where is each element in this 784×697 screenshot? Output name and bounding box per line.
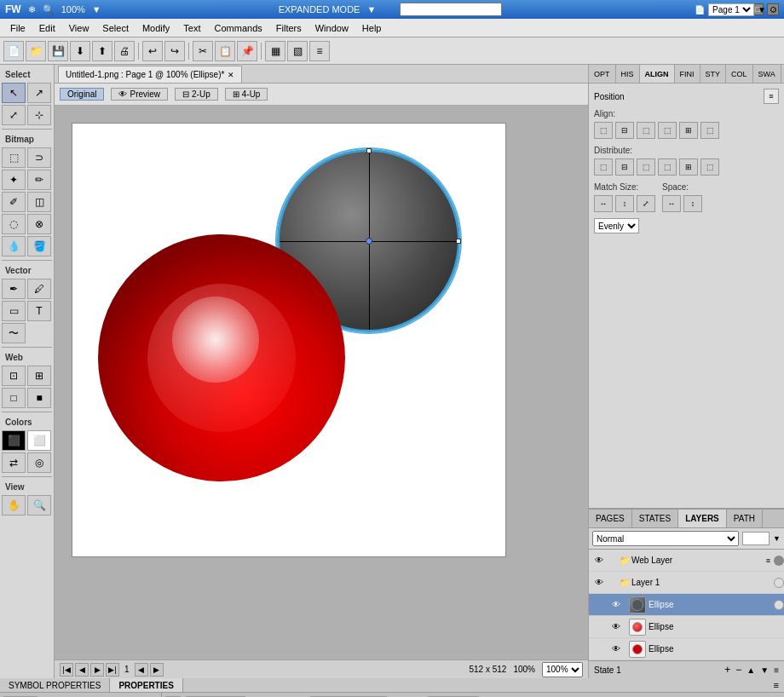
menu-window[interactable]: Window <box>308 21 355 35</box>
next-frame-btn[interactable]: ▶| <box>106 663 119 677</box>
ellipse3-row[interactable]: 👁 Ellipse <box>589 638 784 660</box>
brush-tool[interactable]: ✏ <box>27 170 51 190</box>
layer1-row[interactable]: 👁 📁 Layer 1 <box>589 572 784 594</box>
ungroup-button[interactable]: ▧ <box>287 41 308 61</box>
web-layer-options[interactable]: ≡ <box>766 556 770 565</box>
open-button[interactable]: 📁 <box>26 41 46 61</box>
new-button[interactable]: 📄 <box>3 41 24 61</box>
ellipse1-eye[interactable]: 👁 <box>609 598 623 612</box>
eyedropper-tool[interactable]: 💧 <box>2 236 26 256</box>
ellipse1-row[interactable]: 👁 Ellipse <box>589 594 784 616</box>
tab-opt[interactable]: OPT <box>589 65 616 83</box>
opacity-input[interactable]: 100 <box>742 532 770 545</box>
layer-up-btn[interactable]: ▲ <box>747 665 755 675</box>
space-h-btn[interactable]: ↔ <box>662 195 681 212</box>
symbol-props-tab[interactable]: SYMBOL PROPERTIES <box>0 678 110 692</box>
blur-tool[interactable]: ◌ <box>2 214 26 234</box>
tab-path[interactable]: PATH <box>727 510 763 527</box>
align-top-btn[interactable]: ⬚ <box>658 122 677 139</box>
circle-red[interactable] <box>98 234 345 481</box>
swap-colors[interactable]: ⇄ <box>2 452 26 473</box>
panel-options-btn[interactable]: ≡ <box>769 678 784 692</box>
handle-top[interactable] <box>366 148 372 153</box>
rectangle-tool[interactable]: ▭ <box>2 301 26 321</box>
menu-modify[interactable]: Modify <box>135 21 176 35</box>
export-button[interactable]: ⬆ <box>92 41 112 61</box>
layer-dn-btn[interactable]: ▼ <box>760 665 769 675</box>
marquee-tool[interactable]: ⬚ <box>2 147 26 168</box>
ellipse2-row[interactable]: 👁 Ellipse <box>589 616 784 638</box>
print-button[interactable]: 🖨 <box>114 41 135 61</box>
properties-tab[interactable]: PROPERTIES <box>110 678 182 692</box>
cut-button[interactable]: ✂ <box>193 41 213 61</box>
fill-color[interactable]: ⬜ <box>27 430 51 451</box>
mode-dropdown-icon[interactable]: ▼ <box>366 4 376 14</box>
hand-tool[interactable]: ✋ <box>2 495 26 516</box>
layer-add-btn[interactable]: + <box>724 664 730 676</box>
preview-view-btn[interactable]: 👁 Preview <box>111 88 168 101</box>
tab-sty[interactable]: STY <box>700 65 727 83</box>
position-expand-btn[interactable]: ≡ <box>764 89 779 104</box>
menu-filters[interactable]: Filters <box>269 21 308 35</box>
dist-right-btn[interactable]: ⬚ <box>637 158 655 176</box>
dist-center-h-btn[interactable]: ⊟ <box>615 158 634 176</box>
menu-select[interactable]: Select <box>95 21 135 35</box>
align-center-h-btn[interactable]: ⊟ <box>615 122 634 139</box>
vector-path-tool[interactable]: 🖊 <box>27 279 51 299</box>
layer-del-btn[interactable]: − <box>735 664 741 676</box>
default-colors[interactable]: ◎ <box>27 452 51 473</box>
ellipse2-eye[interactable]: 👁 <box>609 620 623 634</box>
align-right-btn[interactable]: ⬚ <box>637 122 655 139</box>
play-btn[interactable]: ▶ <box>90 663 104 677</box>
paint-bucket-tool[interactable]: 🪣 <box>27 236 51 256</box>
show-slices-tool[interactable]: ■ <box>27 388 51 408</box>
hide-slices-tool[interactable]: □ <box>2 388 26 408</box>
menu-help[interactable]: Help <box>355 21 389 35</box>
prev-frame-btn[interactable]: ◀ <box>75 663 89 677</box>
layer-opts-btn[interactable]: ≡ <box>774 665 779 675</box>
dist-center-v-btn[interactable]: ⊞ <box>679 158 698 176</box>
space-v-btn[interactable]: ↕ <box>683 195 702 212</box>
two-up-view-btn[interactable]: ⊟ 2-Up <box>175 88 218 101</box>
subselect-tool[interactable]: ↗ <box>27 83 51 103</box>
text-tool[interactable]: T <box>27 301 51 321</box>
tab-col[interactable]: COL <box>726 65 753 83</box>
import-button[interactable]: ⬇ <box>70 41 90 61</box>
dist-left-btn[interactable]: ⬚ <box>594 158 613 176</box>
frame-nav1[interactable]: ◀ <box>135 663 148 677</box>
pencil-tool[interactable]: ✐ <box>2 192 26 212</box>
zoom-tool[interactable]: 🔍 <box>27 495 51 516</box>
group-button[interactable]: ▦ <box>265 41 285 61</box>
blend-mode-select[interactable]: Normal <box>592 531 739 546</box>
dist-top-btn[interactable]: ⬚ <box>658 158 677 176</box>
web-layer-eye[interactable]: 👁 <box>592 554 606 567</box>
match-w-btn[interactable]: ↔ <box>594 195 613 212</box>
evenly-select[interactable]: Evenly <box>594 218 639 233</box>
opacity-dropdown[interactable]: ▼ <box>773 534 781 543</box>
tab-swa[interactable]: SWA <box>753 65 781 83</box>
tab-his[interactable]: HIS <box>616 65 640 83</box>
web-layer-row[interactable]: 👁 📁 Web Layer ≡ <box>589 550 784 572</box>
hotspot-tool[interactable]: ⊡ <box>2 366 26 386</box>
zoom-select[interactable]: 100% <box>542 662 583 677</box>
ellipse3-eye[interactable]: 👁 <box>609 642 623 656</box>
freeform-tool[interactable]: 〜 <box>2 323 26 343</box>
match-wh-btn[interactable]: ⤢ <box>637 195 655 212</box>
pointer-tool[interactable]: ↖ <box>2 83 26 103</box>
search-input[interactable] <box>400 3 502 16</box>
slice-tool[interactable]: ⊞ <box>27 366 51 386</box>
match-h-btn[interactable]: ↕ <box>615 195 634 212</box>
undo-button[interactable]: ↩ <box>142 41 163 61</box>
rubber-stamp-tool[interactable]: ⊗ <box>27 214 51 234</box>
stroke-color[interactable]: ⬛ <box>2 430 26 451</box>
tab-states[interactable]: STATES <box>632 510 678 527</box>
first-frame-btn[interactable]: |◀ <box>60 663 73 677</box>
layer1-eye[interactable]: 👁 <box>592 576 606 590</box>
tab-layers[interactable]: LAYERS <box>678 510 727 527</box>
menu-commands[interactable]: Commands <box>208 21 269 35</box>
handle-right[interactable] <box>456 239 461 244</box>
align2-button[interactable]: ≡ <box>309 41 330 61</box>
doc-tab-close[interactable]: ✕ <box>228 71 234 79</box>
handle-center[interactable] <box>366 238 372 245</box>
original-view-btn[interactable]: Original <box>60 88 104 101</box>
